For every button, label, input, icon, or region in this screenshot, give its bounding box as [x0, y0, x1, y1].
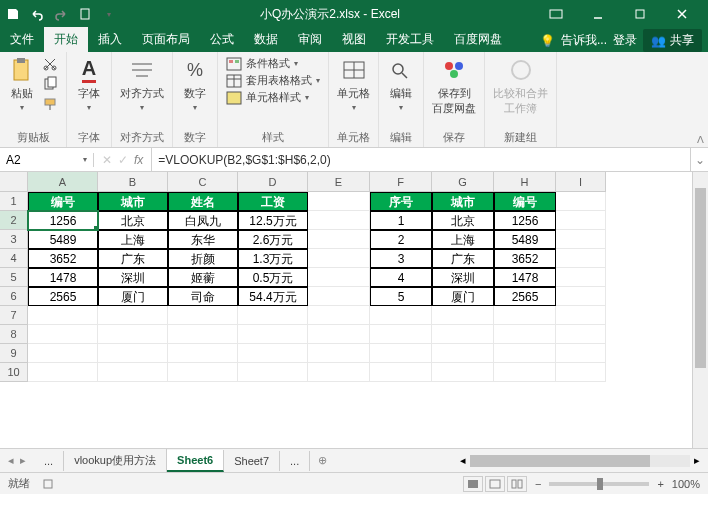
row-header[interactable]: 8	[0, 325, 28, 344]
view-layout-icon[interactable]	[485, 476, 505, 492]
cell[interactable]	[556, 192, 606, 211]
cell[interactable]: 姓名	[168, 192, 238, 211]
cell[interactable]	[494, 325, 556, 344]
editing-button[interactable]: 编辑▾	[387, 56, 415, 112]
paste-button[interactable]: 粘贴 ▾	[8, 56, 36, 112]
compare-button[interactable]: 比较和合并 工作簿	[493, 56, 548, 116]
column-header[interactable]: D	[238, 172, 308, 192]
fx-icon[interactable]: fx	[134, 153, 143, 167]
row-header[interactable]: 1	[0, 192, 28, 211]
format-painter-icon[interactable]	[42, 96, 58, 112]
cell[interactable]: 姬蘅	[168, 268, 238, 287]
cell[interactable]	[556, 325, 606, 344]
row-header[interactable]: 5	[0, 268, 28, 287]
cell[interactable]: 2.6万元	[238, 230, 308, 249]
cell[interactable]	[98, 325, 168, 344]
cell[interactable]: 12.5万元	[238, 211, 308, 230]
zoom-slider[interactable]	[549, 482, 649, 486]
cell[interactable]	[308, 287, 370, 306]
macro-record-icon[interactable]	[42, 478, 54, 490]
cell[interactable]	[28, 306, 98, 325]
accept-formula-icon[interactable]: ✓	[118, 153, 128, 167]
number-button[interactable]: %数字▾	[181, 56, 209, 112]
row-header[interactable]: 9	[0, 344, 28, 363]
cell[interactable]	[494, 306, 556, 325]
cell[interactable]: 城市	[432, 192, 494, 211]
qat-dropdown-icon[interactable]: ▾	[102, 7, 116, 21]
view-normal-icon[interactable]	[463, 476, 483, 492]
cell[interactable]: 3652	[494, 249, 556, 268]
cell[interactable]	[432, 306, 494, 325]
cell[interactable]	[556, 211, 606, 230]
cell[interactable]: 1478	[494, 268, 556, 287]
column-header[interactable]: H	[494, 172, 556, 192]
cell[interactable]: 序号	[370, 192, 432, 211]
tab-view[interactable]: 视图	[332, 27, 376, 52]
save-icon[interactable]	[6, 7, 20, 21]
cancel-formula-icon[interactable]: ✕	[102, 153, 112, 167]
cell[interactable]	[168, 363, 238, 382]
cell[interactable]: 北京	[432, 211, 494, 230]
sheet-tab[interactable]: Sheet7	[224, 451, 280, 471]
cell[interactable]	[308, 306, 370, 325]
cell[interactable]	[556, 363, 606, 382]
cell[interactable]	[308, 344, 370, 363]
row-header[interactable]: 10	[0, 363, 28, 382]
cell[interactable]: 1	[370, 211, 432, 230]
cell[interactable]	[168, 306, 238, 325]
add-sheet-button[interactable]: ⊕	[310, 454, 335, 467]
cell[interactable]	[370, 363, 432, 382]
cell[interactable]: 2565	[28, 287, 98, 306]
zoom-level[interactable]: 100%	[672, 478, 700, 490]
cut-icon[interactable]	[42, 56, 58, 72]
tab-home[interactable]: 开始	[44, 27, 88, 52]
row-header[interactable]: 3	[0, 230, 28, 249]
cell[interactable]: 厦门	[98, 287, 168, 306]
cell[interactable]: 1478	[28, 268, 98, 287]
cell[interactable]: 5489	[28, 230, 98, 249]
ribbon-options-icon[interactable]	[538, 3, 574, 25]
fill-handle[interactable]	[94, 226, 98, 230]
cell[interactable]	[432, 363, 494, 382]
cell[interactable]: 城市	[98, 192, 168, 211]
column-header[interactable]: C	[168, 172, 238, 192]
cell[interactable]: 广东	[432, 249, 494, 268]
cell[interactable]: 5489	[494, 230, 556, 249]
cell[interactable]	[556, 249, 606, 268]
cell[interactable]: 上海	[98, 230, 168, 249]
row-header[interactable]: 7	[0, 306, 28, 325]
cell[interactable]	[370, 344, 432, 363]
cell[interactable]: 编号	[494, 192, 556, 211]
cell[interactable]	[370, 306, 432, 325]
zoom-in-button[interactable]: +	[657, 478, 663, 490]
cell[interactable]: 司命	[168, 287, 238, 306]
minimize-icon[interactable]	[580, 3, 616, 25]
cell[interactable]: 深圳	[432, 268, 494, 287]
row-header[interactable]: 2	[0, 211, 28, 230]
cell[interactable]: 工资	[238, 192, 308, 211]
tab-dev[interactable]: 开发工具	[376, 27, 444, 52]
cell[interactable]: 东华	[168, 230, 238, 249]
cell[interactable]	[238, 344, 308, 363]
cell[interactable]: 5	[370, 287, 432, 306]
sheet-tab[interactable]: ...	[280, 451, 310, 471]
cell[interactable]	[556, 230, 606, 249]
select-all-corner[interactable]	[0, 172, 28, 192]
cell[interactable]: 编号	[28, 192, 98, 211]
cell[interactable]: 1256	[494, 211, 556, 230]
share-button[interactable]: 👥 共享	[643, 29, 702, 52]
cell[interactable]	[308, 230, 370, 249]
cell[interactable]	[494, 344, 556, 363]
cell[interactable]: 1256	[28, 211, 98, 230]
name-box[interactable]: A2▾	[0, 153, 94, 167]
cell[interactable]	[432, 344, 494, 363]
cell[interactable]	[432, 325, 494, 344]
cell[interactable]: 2565	[494, 287, 556, 306]
cell[interactable]: 2	[370, 230, 432, 249]
cell[interactable]	[28, 325, 98, 344]
cells-button[interactable]: 单元格▾	[337, 56, 370, 112]
vertical-scrollbar[interactable]	[692, 172, 708, 448]
cell[interactable]	[556, 287, 606, 306]
formula-input[interactable]: =VLOOKUP(B2,$G$1:$H$6,2,0)	[152, 153, 690, 167]
tell-me[interactable]: 告诉我...	[561, 32, 607, 49]
